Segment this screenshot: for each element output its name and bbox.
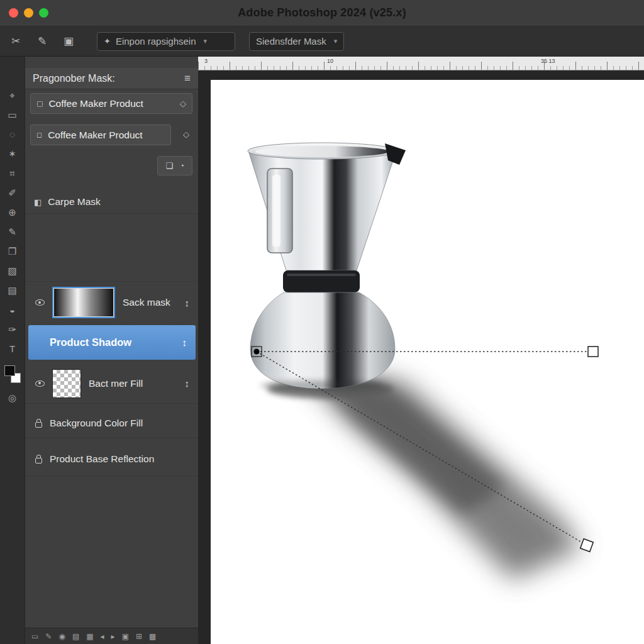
color-swatches[interactable] xyxy=(4,365,21,383)
layer-row-carpe-mask[interactable]: ◧ Carpe Mask xyxy=(25,191,198,214)
options-bar: ✂ ✎ ▣ ✦ Einpon rapsighsein ▾ Siednsfder … xyxy=(0,26,644,57)
layer-label: Coffee Maker Product xyxy=(48,130,142,141)
visibility-eye-icon[interactable] xyxy=(35,380,45,387)
mask-mode-dropdown[interactable]: Siednsfder Mask ▾ xyxy=(249,32,344,51)
divider xyxy=(25,281,198,282)
chevron-down-icon: ▾ xyxy=(334,37,338,45)
selection-tool-dropdown[interactable]: ✦ Einpon rapsighsein ▾ xyxy=(97,32,235,51)
titlebar: Adobe Photoshop 2024 (v25.x) xyxy=(0,0,644,26)
photoshop-window: Adobe Photoshop 2024 (v25.x) ✂ ✎ ▣ ✦ Ein… xyxy=(0,0,644,644)
magic-wand-tool-icon[interactable]: ✶ xyxy=(5,147,20,162)
layer-label: Bact mer Fill xyxy=(89,378,143,389)
mask-thumbnail-icon: ◧ xyxy=(34,197,42,207)
layers-panel-title: Pragonober Mask: xyxy=(33,73,115,84)
healing-tool-icon[interactable]: ⊕ xyxy=(5,205,20,220)
move-tool-icon[interactable]: ⌖ xyxy=(5,88,20,103)
layer-row-bact-mer-fill[interactable]: Bact mer Fill ↕ xyxy=(25,364,198,404)
gradient-tool-icon[interactable]: ▤ xyxy=(5,283,20,298)
coffee-maker-image xyxy=(248,143,582,580)
move-updown-icon[interactable]: ↕ xyxy=(185,297,190,308)
canvas-area: 3 10 35 13 xyxy=(198,57,644,644)
gradient-end-handle-right[interactable] xyxy=(588,347,598,357)
next-icon[interactable]: ▸ xyxy=(111,632,115,641)
eyedropper-tool-icon[interactable]: ✐ xyxy=(5,186,20,201)
layer-row-sack-mask[interactable]: Sack mask ↕ xyxy=(25,283,198,322)
channels-icon[interactable]: ▦ xyxy=(86,632,93,641)
pen-tool-icon[interactable]: ✑ xyxy=(5,322,20,337)
clone-stamp-tool-icon[interactable]: ❐ xyxy=(5,244,20,259)
brush-icon[interactable]: ✎ xyxy=(33,35,52,48)
move-updown-icon[interactable]: ↕ xyxy=(182,337,187,348)
layer-thumbnail-icon: ▢ xyxy=(36,99,43,108)
ruler-label: 35 13 xyxy=(541,58,555,64)
canvas-artwork[interactable] xyxy=(211,80,644,644)
grid-icon[interactable]: ▩ xyxy=(149,632,156,641)
type-tool-icon[interactable]: T xyxy=(5,341,20,357)
canvas-preview-icon[interactable]: ▭ xyxy=(31,632,38,641)
layer-thumbnail-icon: ◻ xyxy=(36,131,42,139)
gradient-end-handle-diagonal[interactable] xyxy=(580,539,594,552)
magic-wand-icon: ✦ xyxy=(104,36,111,46)
add-icon[interactable]: ⊞ xyxy=(136,632,142,641)
visibility-eye-icon[interactable] xyxy=(35,299,45,306)
eraser-tool-icon[interactable]: ▨ xyxy=(5,264,20,279)
lasso-tool-icon[interactable]: ◌ xyxy=(5,127,20,142)
brush-tool-icon[interactable]: ✎ xyxy=(5,225,20,240)
layer-label: Product Shadow xyxy=(50,336,131,348)
zoom-tool-icon[interactable]: ◎ xyxy=(5,391,20,406)
move-updown-icon[interactable]: ↕ xyxy=(185,378,190,389)
workspace: ⌖ ▭ ◌ ✶ ⌗ ✐ ⊕ ✎ ❐ ▨ ▤ ◒ ✑ T ◎ Pragonober… xyxy=(0,57,644,644)
layer-label: Coffee Maker Product xyxy=(48,98,143,109)
link-diamond-icon[interactable]: ◇ xyxy=(183,130,189,139)
layer-label: Carpe Mask xyxy=(48,196,101,208)
gradient-start-point[interactable] xyxy=(254,349,260,355)
layers-panel: Pragonober Mask: ≡ ▢ Coffee Maker Produc… xyxy=(25,57,198,644)
link-diamond-icon[interactable]: ◇ xyxy=(180,99,186,108)
panel-footer: ▭ ✎ ◉ ▤ ▦ ◂ ▸ ▣ ⊞ ▩ xyxy=(25,628,198,644)
scissors-icon[interactable]: ✂ xyxy=(6,35,25,48)
ruler-label: 10 xyxy=(327,58,333,64)
image-icon[interactable]: ▣ xyxy=(59,35,78,48)
layers-panel-header: Pragonober Mask: ≡ xyxy=(25,68,198,89)
selection-tool-dropdown-label: Einpon rapsighsein xyxy=(116,36,196,47)
tool-strip: ⌖ ▭ ◌ ✶ ⌗ ✐ ⊕ ✎ ❐ ▨ ▤ ◒ ✑ T ◎ xyxy=(0,57,25,644)
marquee-tool-icon[interactable]: ▭ xyxy=(5,108,20,123)
foreground-color-swatch[interactable] xyxy=(4,365,15,376)
mask-mode-dropdown-label: Siednsfder Mask xyxy=(256,36,326,47)
layer-label: Product Base Reflection xyxy=(50,453,154,465)
horizontal-ruler: 3 10 35 13 xyxy=(198,57,644,70)
chevron-down-icon: ▾ xyxy=(204,37,208,45)
layer-row-background-color-fill[interactable]: Background Color Fill xyxy=(25,409,198,438)
layer-label: Sack mask xyxy=(123,297,170,308)
layer-row-product-shadow-selected[interactable]: Product Shadow ↕ xyxy=(28,325,196,360)
record-icon[interactable]: ◉ xyxy=(58,632,65,641)
lock-icon xyxy=(35,422,42,428)
clipping-mask-icon[interactable]: ❏ xyxy=(165,161,173,170)
dodge-tool-icon[interactable]: ◒ xyxy=(5,303,20,318)
ruler-label: 3 xyxy=(204,58,208,64)
layer-row-coffee-maker-product-1[interactable]: ▢ Coffee Maker Product ◇ xyxy=(30,93,192,114)
pencil-icon[interactable]: ✎ xyxy=(45,632,52,641)
prev-icon[interactable]: ◂ xyxy=(101,632,104,641)
layer-row-product-base-reflection[interactable]: Product Base Reflection xyxy=(25,442,198,476)
artboard-icon[interactable]: ▣ xyxy=(122,632,129,641)
layer-row-coffee-maker-product-2[interactable]: ◻ Coffee Maker Product xyxy=(30,125,171,145)
crop-tool-icon[interactable]: ⌗ xyxy=(5,166,20,181)
window-title: Adobe Photoshop 2024 (v25.x) xyxy=(0,6,644,19)
gradient-mask-thumbnail[interactable] xyxy=(52,287,115,318)
panel-menu-icon[interactable]: ≡ xyxy=(184,72,191,85)
layer-label: Background Color Fill xyxy=(50,418,143,429)
layers-icon[interactable]: ▤ xyxy=(72,632,79,641)
transparency-checker-thumbnail[interactable] xyxy=(52,369,81,398)
lock-icon xyxy=(35,458,42,464)
timer-icon[interactable]: ◔ xyxy=(179,161,184,170)
document-canvas[interactable] xyxy=(211,80,644,644)
mask-options-group: ❏ ◔ xyxy=(157,156,192,175)
